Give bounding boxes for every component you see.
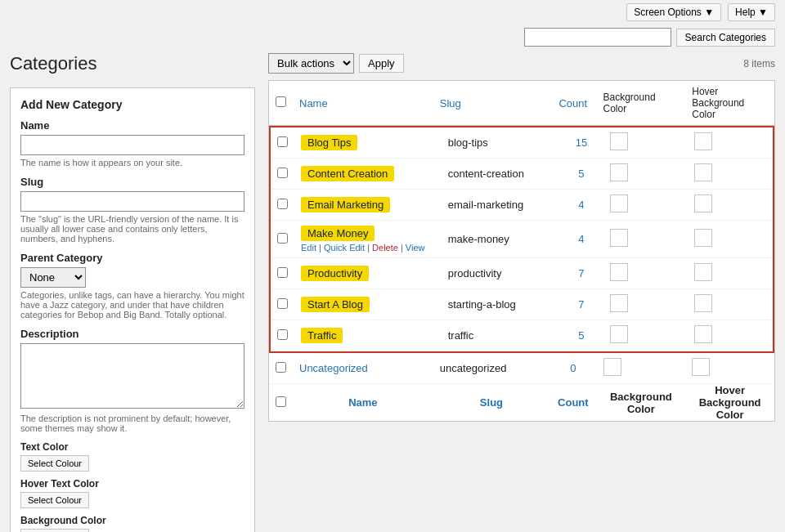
bg-color-swatch[interactable] xyxy=(610,229,628,247)
bulk-actions-select[interactable]: Bulk actions xyxy=(268,53,354,74)
hover-color-swatch[interactable] xyxy=(694,263,712,281)
page-title: Categories xyxy=(10,53,255,74)
bg-color-swatch[interactable] xyxy=(610,194,628,212)
help-icon: ▼ xyxy=(758,7,768,18)
hover-color-swatch[interactable] xyxy=(694,194,712,212)
category-tag[interactable]: Make Money xyxy=(301,226,375,241)
quick-edit-link[interactable]: Quick Edit xyxy=(324,243,365,253)
description-group: Description The description is not promi… xyxy=(20,328,244,433)
row-count-link[interactable]: 15 xyxy=(576,136,587,149)
category-tag[interactable]: Email Marketing xyxy=(301,197,390,212)
bg-color-swatch[interactable] xyxy=(610,294,628,312)
row-count-link[interactable]: 4 xyxy=(578,199,584,211)
table-footer-row: Name Slug Count Background Color Hover B… xyxy=(269,384,774,422)
row-count-cell: 15 xyxy=(559,127,603,159)
apply-button[interactable]: Apply xyxy=(359,54,404,73)
screen-options-button[interactable]: Screen Options ▼ xyxy=(626,3,721,21)
hover-color-swatch[interactable] xyxy=(694,132,712,150)
categories-table-wrapper: Name Slug Count Background Color Hover B… xyxy=(268,80,775,422)
row-checkbox[interactable] xyxy=(277,298,288,309)
hover-color-swatch[interactable] xyxy=(694,325,712,343)
name-input[interactable] xyxy=(20,135,244,155)
footer-select-all[interactable] xyxy=(276,396,286,407)
table-header-row: Name Slug Count Background Color Hover B… xyxy=(269,81,774,126)
col-checkbox-header xyxy=(269,81,293,126)
bg-color-swatch[interactable] xyxy=(610,325,628,343)
row-slug: starting-a-blog xyxy=(448,298,516,311)
row-checkbox-cell xyxy=(271,127,294,159)
slug-input[interactable] xyxy=(20,191,244,212)
category-tag[interactable]: Content Creation xyxy=(301,166,394,181)
description-textarea[interactable] xyxy=(20,343,244,409)
row-slug: make-money xyxy=(448,233,509,245)
row-checkbox[interactable] xyxy=(277,233,288,244)
row-count-link[interactable]: 7 xyxy=(578,298,584,311)
parent-hint: Categories, unlike tags, can have a hier… xyxy=(20,290,244,320)
row-count-link[interactable]: 5 xyxy=(578,168,584,180)
search-bar: Search Categories xyxy=(0,25,785,53)
hover-color-swatch[interactable] xyxy=(694,163,712,181)
name-label: Name xyxy=(20,119,244,132)
text-color-row: Text Color Select Colour xyxy=(20,441,244,472)
row-checkbox[interactable] xyxy=(277,267,288,278)
row-checkbox[interactable] xyxy=(277,168,288,178)
row-checkbox[interactable] xyxy=(277,136,288,147)
screen-options-icon: ▼ xyxy=(704,7,714,18)
table-row: Make Money Edit | Quick Edit | Delete | … xyxy=(271,221,773,258)
row-hover-cell xyxy=(688,127,773,159)
parent-select[interactable]: None xyxy=(20,267,86,288)
table-row: Start A Blog starting-a-blog 7 xyxy=(271,289,773,320)
hover-color-swatch[interactable] xyxy=(692,358,710,376)
view-link[interactable]: View xyxy=(406,243,425,253)
select-all-checkbox[interactable] xyxy=(276,96,286,107)
category-tag[interactable]: Traffic xyxy=(301,328,343,343)
row-count-link[interactable]: 7 xyxy=(578,267,584,279)
category-tag[interactable]: Blog Tips xyxy=(301,135,357,150)
edit-link[interactable]: Edit xyxy=(301,243,316,253)
table-row: Uncategorized uncategorized 0 xyxy=(269,353,774,384)
categories-table: Name Slug Count Background Color Hover B… xyxy=(269,81,774,421)
add-new-category-section: Add New Category Name The name is how it… xyxy=(10,87,255,532)
slug-label: Slug xyxy=(20,176,244,188)
category-tag[interactable]: Productivity xyxy=(301,266,369,281)
hover-color-swatch[interactable] xyxy=(694,294,712,312)
footer-hover-header: Hover Background Color xyxy=(685,384,774,422)
col-name-header: Name xyxy=(293,81,433,126)
footer-checkbox xyxy=(269,384,293,422)
delete-link[interactable]: Delete xyxy=(372,243,398,253)
row-slug: content-creation xyxy=(448,168,524,180)
row-checkbox[interactable] xyxy=(276,362,286,373)
help-button[interactable]: Help ▼ xyxy=(728,3,775,21)
row-count-link[interactable]: 5 xyxy=(578,329,584,342)
row-checkbox[interactable] xyxy=(277,199,288,209)
row-checkbox[interactable] xyxy=(277,329,288,340)
col-count-header: Count xyxy=(550,81,596,126)
bg-color-button[interactable]: Select Colour xyxy=(20,529,89,532)
col-slug-header: Slug xyxy=(433,81,550,126)
hover-text-color-row: Hover Text Color Select Colour xyxy=(20,478,244,508)
text-color-button[interactable]: Select Colour xyxy=(20,455,89,472)
row-bg-cell xyxy=(603,127,688,159)
items-count: 8 items xyxy=(743,58,775,69)
toolbar-left: Bulk actions Apply xyxy=(268,53,404,74)
bg-color-swatch[interactable] xyxy=(610,132,628,150)
slug-group: Slug The "slug" is the URL-friendly vers… xyxy=(20,176,244,244)
search-input[interactable] xyxy=(524,28,671,47)
help-label: Help xyxy=(735,7,756,18)
bg-color-swatch[interactable] xyxy=(610,263,628,281)
category-tag[interactable]: Start A Blog xyxy=(301,297,370,312)
bg-color-swatch[interactable] xyxy=(603,358,621,376)
col-hover-header: Hover Background Color xyxy=(685,81,774,126)
row-name-cell: Blog Tips xyxy=(294,127,442,159)
row-count-link[interactable]: 4 xyxy=(578,233,584,245)
table-row: Traffic traffic 5 xyxy=(271,320,773,351)
row-count-link[interactable]: 0 xyxy=(570,362,576,374)
row-slug: productivity xyxy=(448,267,502,279)
hover-color-swatch[interactable] xyxy=(694,229,712,247)
hover-text-color-button[interactable]: Select Colour xyxy=(20,492,89,508)
row-slug: uncategorized xyxy=(440,362,507,374)
uncategorized-link[interactable]: Uncategorized xyxy=(299,362,368,374)
footer-bg-header: Background Color xyxy=(597,384,686,422)
bg-color-swatch[interactable] xyxy=(610,163,628,181)
search-button[interactable]: Search Categories xyxy=(676,29,775,47)
